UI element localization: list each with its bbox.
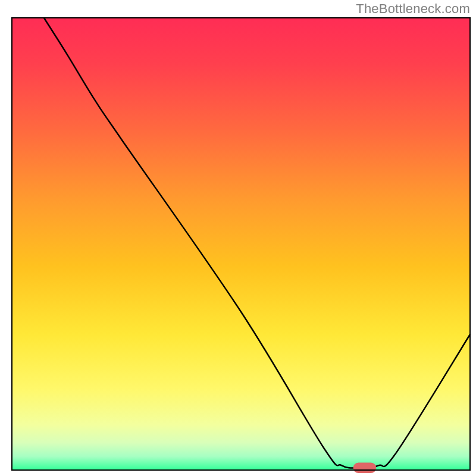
watermark-label: TheBottleneck.com — [356, 1, 470, 17]
chart-container: TheBottleneck.com — [0, 0, 476, 476]
bottleneck-chart — [0, 0, 476, 476]
plot-background — [12, 18, 470, 470]
optimum-marker — [353, 462, 377, 472]
